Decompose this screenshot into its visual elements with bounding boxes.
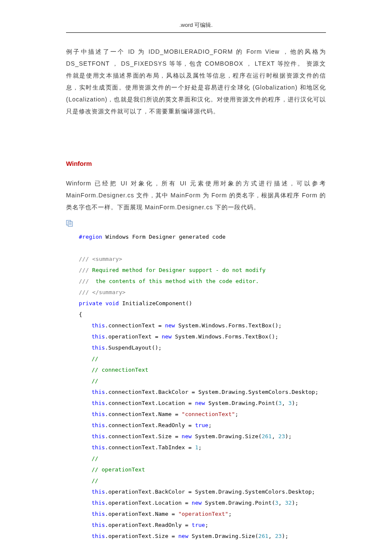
code-num: 261	[258, 533, 268, 539]
code-text: .connectionText.Name =	[105, 411, 182, 417]
code-kw: true	[195, 422, 208, 428]
code-text: );	[292, 500, 299, 506]
code-kw: this	[92, 422, 105, 428]
code-string: "operationText"	[179, 511, 228, 517]
code-line: this.connectionText.ReadOnly = true;	[79, 420, 326, 431]
code-kw: this	[92, 333, 105, 340]
code-line: this.connectionText.BackColor = System.D…	[79, 387, 326, 398]
code-num: 261	[262, 433, 271, 439]
code-kw: this	[92, 344, 105, 351]
code-comment: //	[79, 376, 326, 387]
code-line: this.SuspendLayout();	[79, 342, 326, 353]
svg-rect-1	[68, 222, 72, 226]
code-text: );	[285, 433, 292, 439]
code-text: ,	[272, 433, 279, 439]
code-line: this.connectionText.TabIndex = 1;	[79, 442, 326, 453]
code-text: .connectionText.TabIndex =	[105, 444, 195, 451]
code-text: ,	[268, 533, 275, 539]
code-text: System.Drawing.Size(	[188, 533, 258, 539]
code-line: this.operationText.Size = new System.Dra…	[79, 531, 326, 542]
code-line: #region Windows Form Designer generated …	[79, 231, 326, 243]
code-comment: Required method for Designer support - d…	[92, 267, 265, 273]
code-num: 3	[278, 400, 282, 406]
code-kw: new	[165, 322, 175, 329]
code-kw: this	[92, 511, 105, 517]
code-line: {	[79, 309, 326, 320]
code-line: this.operationText.Location = new System…	[79, 497, 326, 509]
code-text: System.Drawing.Point(	[202, 500, 275, 506]
code-num: 23	[278, 433, 285, 439]
code-comment: // operationText	[79, 464, 326, 475]
code-kw: #region	[79, 234, 102, 240]
code-string: "connectionText"	[182, 411, 235, 417]
code-text: .connectionText.ReadOnly =	[105, 422, 195, 428]
code-text: .connectionText.Size =	[105, 433, 182, 439]
code-line: /// the contents of this method with the…	[79, 276, 326, 287]
code-kw: new	[195, 400, 205, 406]
code-line: this.connectionText.Size = new System.Dr…	[79, 431, 326, 442]
paragraph-winform: Winform 已经把 UI 对象化，所有 UI 元素使用对象的方式进行描述，可…	[66, 177, 326, 213]
code-text: ,	[278, 500, 285, 506]
code-text: System.Windows.Forms.TextBox();	[175, 322, 282, 329]
code-line: private void InitializeComponent()	[79, 298, 326, 309]
code-comment: /// </summary>	[79, 287, 326, 298]
code-line: this.operationText.ReadOnly = true;	[79, 520, 326, 531]
code-text: System.Drawing.Size(	[192, 433, 262, 439]
code-text: .operationText.ReadOnly =	[105, 522, 192, 528]
code-kw: this	[92, 400, 105, 406]
code-text: System.Drawing.Point(	[205, 400, 278, 406]
code-text: .connectionText.Location =	[105, 400, 195, 406]
code-text: ,	[282, 400, 288, 406]
page-content: 例子中描述了一个 ID 为 IDD_MOBILERADIO_FORM 的 For…	[0, 46, 392, 542]
code-kw: this	[92, 433, 105, 439]
code-kw: this	[92, 533, 105, 539]
code-comment: /// <summary>	[79, 254, 326, 265]
code-text: .operationText.Name =	[105, 511, 178, 517]
header-text: ​.word 可编辑.	[179, 22, 213, 28]
code-text: .connectionText =	[105, 322, 165, 329]
code-kw: this	[92, 522, 105, 528]
code-kw: new	[161, 333, 171, 340]
code-num: 23	[275, 533, 282, 539]
copy-icon	[66, 220, 74, 227]
code-comment: ///	[79, 278, 92, 284]
code-line: this.operationText.Name = "operationText…	[79, 509, 326, 520]
page-header: ​.word 可编辑.	[66, 21, 326, 33]
code-text: ;	[228, 511, 232, 517]
code-line: this.operationText.BackColor = System.Dr…	[79, 486, 326, 497]
code-kw: this	[92, 389, 105, 395]
code-text: ;	[205, 522, 208, 528]
code-text: ;	[198, 444, 202, 451]
code-kw: new	[182, 433, 191, 439]
code-kw: new	[192, 500, 202, 506]
code-line: this.connectionText = new System.Windows…	[79, 320, 326, 331]
code-kw: this	[92, 444, 105, 451]
code-text: Windows Form Designer generated code	[102, 234, 226, 240]
code-block: #region Windows Form Designer generated …	[66, 231, 326, 542]
code-kw: this	[92, 489, 105, 495]
code-text: System.Windows.Forms.TextBox();	[172, 333, 278, 340]
code-kw: private	[79, 300, 102, 306]
code-kw: this	[92, 500, 105, 506]
code-text: .operationText.BackColor = System.Drawin…	[105, 489, 315, 495]
code-text: .SuspendLayout();	[105, 344, 161, 351]
code-comment: the contents of this method with the cod…	[92, 278, 259, 284]
paragraph-intro: 例子中描述了一个 ID 为 IDD_MOBILERADIO_FORM 的 For…	[66, 46, 326, 117]
code-line	[79, 243, 326, 254]
code-text: );	[282, 533, 288, 539]
code-text: );	[292, 400, 299, 406]
code-text: .operationText.Location =	[105, 500, 192, 506]
code-line: this.connectionText.Name = "connectionTe…	[79, 409, 326, 420]
code-line: this.connectionText.Location = new Syste…	[79, 398, 326, 409]
code-line: this.operationText = new System.Windows.…	[79, 331, 326, 342]
code-text: ;	[208, 422, 212, 428]
code-kw: this	[92, 322, 105, 329]
code-kw: new	[179, 533, 188, 539]
code-text: .connectionText.BackColor = System.Drawi…	[105, 389, 318, 395]
code-comment: ///	[79, 267, 92, 273]
heading-winform: Winform	[66, 160, 326, 167]
code-comment: //	[79, 453, 326, 464]
code-kw: true	[192, 522, 205, 528]
code-line: /// Required method for Designer support…	[79, 265, 326, 276]
code-kw: this	[92, 411, 105, 417]
